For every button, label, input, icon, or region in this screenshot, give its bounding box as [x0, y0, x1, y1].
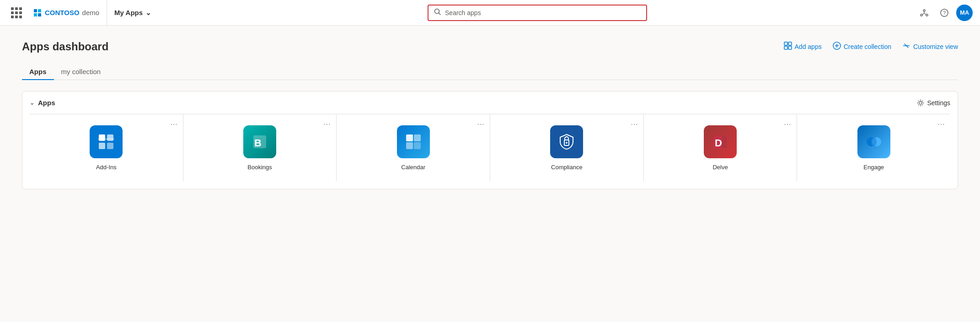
- settings-gear-icon: [917, 99, 924, 107]
- svg-rect-17: [788, 46, 792, 49]
- svg-rect-1: [38, 9, 41, 12]
- tab-apps[interactable]: Apps: [22, 64, 54, 80]
- svg-point-36: [566, 142, 568, 144]
- apps-section-header: ⌄ Apps Settings: [30, 99, 950, 107]
- svg-rect-31: [406, 134, 413, 141]
- svg-text:D: D: [715, 137, 722, 149]
- create-collection-icon: [833, 42, 841, 52]
- svg-point-6: [923, 10, 925, 11]
- my-apps-button[interactable]: My Apps ⌄: [107, 0, 159, 25]
- svg-rect-27: [107, 143, 113, 149]
- search-icon: [434, 8, 441, 17]
- app-card-menu-bookings[interactable]: ⋯: [323, 120, 331, 129]
- apps-section-title[interactable]: ⌄ Apps: [30, 99, 55, 107]
- svg-rect-32: [414, 134, 421, 141]
- app-icon-addins: [90, 125, 123, 158]
- settings-label: Settings: [927, 99, 950, 107]
- app-card-engage[interactable]: ⋯ Engage: [797, 114, 950, 182]
- app-icon-compliance: [550, 125, 583, 158]
- app-card-calendar[interactable]: ⋯ Calendar: [337, 114, 490, 182]
- svg-rect-15: [788, 42, 792, 45]
- app-card-menu-compliance[interactable]: ⋯: [631, 120, 638, 129]
- app-card-addins[interactable]: ⋯ Add-Ins: [30, 114, 183, 182]
- svg-rect-34: [414, 142, 421, 149]
- app-card-menu-calendar[interactable]: ⋯: [477, 120, 484, 129]
- app-icon-calendar: [397, 125, 430, 158]
- svg-rect-0: [34, 9, 37, 12]
- svg-rect-14: [784, 42, 787, 45]
- search-container: Search apps: [159, 5, 916, 21]
- header-right-actions: ? MA: [916, 5, 973, 21]
- svg-point-23: [919, 102, 922, 104]
- customize-view-icon: [902, 42, 910, 52]
- main-content: Apps dashboard Add apps: [0, 26, 980, 322]
- tab-bar: Apps my collection: [22, 64, 958, 80]
- svg-text:B: B: [254, 137, 262, 149]
- app-label-calendar: Calendar: [401, 164, 425, 171]
- brand-name-text: CONTOSO: [45, 9, 80, 16]
- contoso-logo-icon: [33, 8, 42, 17]
- app-card-menu-delve[interactable]: ⋯: [784, 120, 791, 129]
- page-title: Apps dashboard: [22, 40, 108, 53]
- search-placeholder: Search apps: [445, 9, 481, 16]
- app-icon-engage: [857, 125, 890, 158]
- search-box[interactable]: Search apps: [428, 5, 647, 21]
- app-card-bookings[interactable]: ⋯ B Bookings: [183, 114, 337, 182]
- add-apps-button[interactable]: Add apps: [784, 42, 822, 52]
- create-collection-label: Create collection: [844, 43, 891, 50]
- section-title-text: Apps: [38, 99, 55, 107]
- section-chevron-icon: ⌄: [30, 100, 34, 106]
- app-card-compliance[interactable]: ⋯ Compliance: [490, 114, 644, 182]
- page-header: Apps dashboard Add apps: [22, 40, 958, 53]
- chevron-down-icon: ⌄: [145, 9, 151, 17]
- svg-rect-26: [99, 143, 105, 149]
- svg-rect-16: [784, 46, 787, 49]
- svg-line-10: [922, 13, 924, 15]
- user-avatar[interactable]: MA: [956, 5, 973, 21]
- tab-my-collection[interactable]: my collection: [54, 64, 108, 80]
- settings-button[interactable]: Settings: [917, 99, 950, 107]
- app-card-menu-engage[interactable]: ⋯: [937, 120, 945, 129]
- app-card-menu-addins[interactable]: ⋯: [170, 120, 177, 129]
- svg-rect-3: [38, 13, 41, 16]
- app-label-addins: Add-Ins: [96, 164, 117, 171]
- app-label-engage: Engage: [863, 164, 884, 171]
- grid-menu-button[interactable]: [7, 4, 26, 22]
- app-label-delve: Delve: [712, 164, 728, 171]
- svg-point-42: [871, 137, 877, 146]
- app-card-delve[interactable]: ⋯ D Delve: [644, 114, 798, 182]
- svg-line-11: [924, 13, 926, 15]
- help-icon-button[interactable]: ?: [936, 5, 953, 21]
- app-icon-bookings: B: [243, 125, 276, 158]
- create-collection-button[interactable]: Create collection: [833, 42, 891, 52]
- page-actions: Add apps Create collection: [784, 42, 958, 52]
- apps-section: ⌄ Apps Settings ⋯: [22, 91, 958, 189]
- brand-demo-text: demo: [82, 9, 100, 16]
- app-icon-delve: D: [704, 125, 737, 158]
- network-icon-button[interactable]: [916, 5, 932, 21]
- customize-view-button[interactable]: Customize view: [902, 42, 958, 52]
- svg-rect-33: [406, 142, 413, 149]
- add-apps-icon: [784, 42, 792, 52]
- svg-rect-2: [34, 13, 37, 16]
- app-label-bookings: Bookings: [247, 164, 272, 171]
- app-header: CONTOSO demo My Apps ⌄ Search apps: [0, 0, 980, 26]
- customize-view-label: Customize view: [913, 43, 958, 50]
- svg-rect-28: [98, 138, 114, 140]
- apps-grid: ⋯ Add-Ins ⋯: [30, 114, 950, 182]
- app-label-compliance: Compliance: [551, 164, 583, 171]
- add-apps-label: Add apps: [795, 43, 822, 50]
- brand-area: CONTOSO demo: [26, 0, 107, 25]
- my-apps-label: My Apps: [114, 9, 143, 16]
- brand-logo[interactable]: CONTOSO demo: [33, 8, 99, 17]
- svg-text:?: ?: [943, 10, 946, 16]
- svg-rect-39: [722, 135, 727, 148]
- svg-line-5: [439, 13, 441, 15]
